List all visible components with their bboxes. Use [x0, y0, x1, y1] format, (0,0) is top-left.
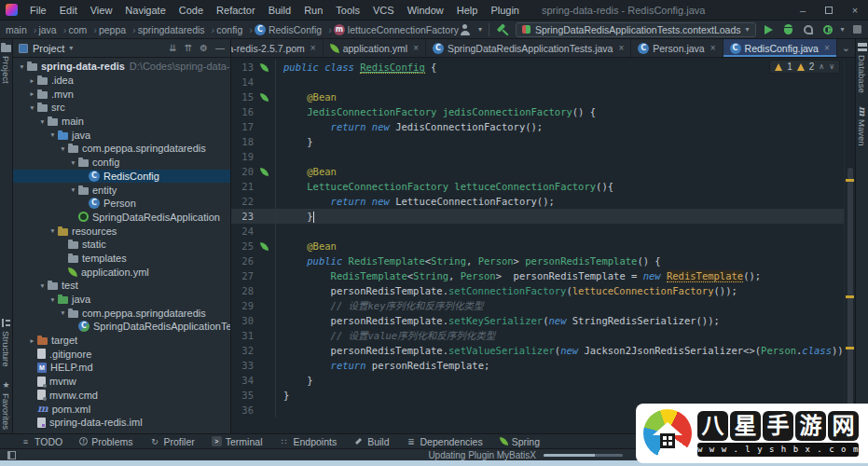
menu-refactor[interactable]: Refactor: [211, 3, 261, 18]
tree-item-person[interactable]: CPerson: [13, 197, 230, 211]
line-number[interactable]: 36: [231, 403, 254, 418]
maximize-button[interactable]: [816, 0, 842, 20]
breadcrumb-item-com[interactable]: com: [68, 24, 97, 35]
code-line-34[interactable]: 34 }: [231, 373, 844, 388]
close-tab-icon[interactable]: ×: [618, 43, 624, 53]
breadcrumb-item-java[interactable]: java: [38, 24, 66, 35]
code-line-32[interactable]: 32 personRedisTemplate.setValueSerialize…: [231, 343, 844, 358]
menu-build[interactable]: Build: [263, 3, 296, 18]
toolwindow-build[interactable]: Build: [353, 436, 389, 447]
tree-item-com-peppa-springdataredis[interactable]: ▾com.peppa.springdataredis: [13, 306, 230, 320]
toolwindow-todo[interactable]: ≡TODO: [21, 436, 62, 447]
toolwindow-endpoints[interactable]: ∷Endpoints: [279, 436, 337, 447]
tree-chevron-icon[interactable]: ▾: [68, 158, 78, 167]
code-line-25[interactable]: 25 @Bean: [231, 239, 844, 254]
menu-edit[interactable]: Edit: [54, 3, 83, 18]
code-line-21[interactable]: 21 LettuceConnectionFactory lettuceConne…: [231, 179, 844, 194]
close-tab-icon[interactable]: ×: [310, 43, 316, 53]
expand-all-icon[interactable]: ⇊: [169, 43, 176, 53]
breadcrumb-item-lettuceconnectionfactory[interactable]: mlettuceConnectionFactory: [334, 24, 459, 35]
minimize-button[interactable]: –: [790, 0, 816, 20]
line-number[interactable]: 19: [231, 149, 254, 164]
toolwindow-dependencies[interactable]: ≣Dependencies: [406, 436, 483, 447]
tree-item-test[interactable]: ▾test: [13, 279, 230, 293]
run-configuration-select[interactable]: SpringDataRedisApplicationTests.contextL…: [516, 22, 756, 37]
strip-item-database[interactable]: Database: [857, 43, 867, 93]
tree-item-pom-xml[interactable]: mpom.xml: [13, 402, 230, 416]
code-line-24[interactable]: 24: [231, 224, 844, 239]
line-number[interactable]: 34: [231, 373, 254, 388]
build-hammer-icon[interactable]: [496, 23, 509, 36]
tab-boot-starter-data-redis-2-5-7-pom[interactable]: mboot-starter-data-redis-2.5.7.pom×: [231, 39, 324, 57]
close-tab-icon[interactable]: ×: [824, 43, 830, 53]
tree-chevron-icon[interactable]: ▾: [58, 144, 68, 153]
close-tab-icon[interactable]: ×: [413, 43, 419, 53]
menu-run[interactable]: Run: [298, 3, 328, 18]
coverage-button[interactable]: [804, 25, 813, 34]
strip-item-favorites[interactable]: ★Favorites: [1, 380, 11, 430]
line-number[interactable]: 29: [231, 298, 254, 313]
line-number[interactable]: 35: [231, 388, 254, 403]
menu-code[interactable]: Code: [173, 3, 209, 18]
line-number[interactable]: 32: [231, 343, 254, 358]
tree-item-application-yml[interactable]: application.yml: [13, 265, 230, 279]
line-number[interactable]: 30: [231, 313, 254, 328]
strip-item-structure[interactable]: Structure: [1, 319, 11, 367]
debug-button[interactable]: [784, 24, 792, 34]
code-line-26[interactable]: 26 public RedisTemplate<String, Person> …: [231, 254, 844, 268]
line-number[interactable]: 33: [231, 358, 254, 373]
line-number[interactable]: 14: [231, 75, 254, 89]
close-button[interactable]: ×: [842, 0, 868, 20]
tree-chevron-icon[interactable]: ▸: [27, 336, 37, 345]
tree-chevron-icon[interactable]: ▸: [27, 76, 37, 85]
menu-view[interactable]: View: [85, 3, 118, 18]
tree-item--idea[interactable]: ▸.idea: [13, 74, 230, 88]
line-number[interactable]: 27: [231, 268, 254, 283]
tree-item-java[interactable]: ▾java: [13, 128, 230, 142]
menu-tools[interactable]: Tools: [330, 3, 365, 18]
code-editor[interactable]: 13public class RedisConfig {1415 @Bean16…: [231, 58, 844, 433]
tree-item-src[interactable]: ▾src: [13, 101, 230, 115]
toolwindow-terminal[interactable]: >Terminal: [212, 436, 263, 447]
tree-item-redisconfig[interactable]: CRedisConfig: [13, 170, 230, 184]
tree-item-target[interactable]: ▸target: [13, 334, 230, 348]
tree-item-springdataredisapplication[interactable]: SpringDataRedisApplication: [13, 211, 230, 225]
tab-person-java[interactable]: CPerson.java×: [631, 39, 723, 57]
tab-list-chevron-icon[interactable]: ⌄: [837, 39, 855, 57]
line-number[interactable]: 31: [231, 328, 254, 343]
tree-item-java[interactable]: ▾java: [13, 293, 230, 307]
line-number[interactable]: 17: [231, 119, 254, 134]
tree-item-templates[interactable]: templates: [13, 252, 230, 266]
code-line-31[interactable]: 31 // 设置value序列化和反序列化类型: [231, 328, 844, 343]
close-tab-icon[interactable]: ×: [710, 43, 716, 53]
tree-chevron-icon[interactable]: ▾: [68, 185, 78, 194]
toolwindow-spring[interactable]: Spring: [500, 436, 540, 447]
breadcrumb-item-redisconfig[interactable]: CRedisConfig: [255, 24, 332, 35]
tree-chevron-icon[interactable]: ▾: [17, 62, 27, 71]
settings-gear-icon[interactable]: ⚙: [200, 43, 208, 53]
tree-item--mvn[interactable]: ▸.mvn: [13, 87, 230, 101]
line-number[interactable]: 16: [231, 104, 254, 119]
tab-application-yml[interactable]: application.yml×: [324, 39, 426, 57]
breadcrumb-item-peppa[interactable]: peppa: [99, 24, 136, 35]
code-line-16[interactable]: 16 JedisConnectionFactory jedisConnectio…: [231, 104, 844, 119]
code-line-20[interactable]: 20 @Bean: [231, 164, 844, 179]
tree-item-static[interactable]: static: [13, 238, 230, 252]
breadcrumb-item-main[interactable]: main: [6, 24, 36, 35]
code-line-19[interactable]: 19: [231, 149, 844, 164]
code-line-29[interactable]: 29 // 设置key序列化和反序列化类型: [231, 298, 844, 313]
tree-item-springdataredisapplicationtests[interactable]: CSpringDataRedisApplicationTests: [13, 320, 230, 334]
line-number[interactable]: 24: [231, 224, 254, 239]
tree-item--gitignore[interactable]: .gitignore: [13, 347, 230, 361]
warning-stripe-mark[interactable]: [846, 347, 854, 350]
inspections-widget[interactable]: 1 2 ∧ ∨: [769, 60, 840, 74]
breadcrumb-item-springdataredis[interactable]: springdataredis: [138, 24, 214, 35]
line-number[interactable]: 22: [231, 194, 254, 209]
breadcrumb-item-config[interactable]: config: [216, 24, 253, 35]
user-profile-icon[interactable]: [459, 23, 472, 36]
strip-item-project[interactable]: Project: [1, 43, 11, 84]
code-line-27[interactable]: 27 RedisTemplate<String, Person> personR…: [231, 268, 844, 283]
strip-item-maven[interactable]: mMaven: [857, 106, 867, 146]
code-line-33[interactable]: 33 return personRedisTemplate;: [231, 358, 844, 373]
tree-chevron-icon[interactable]: ▾: [48, 226, 58, 235]
